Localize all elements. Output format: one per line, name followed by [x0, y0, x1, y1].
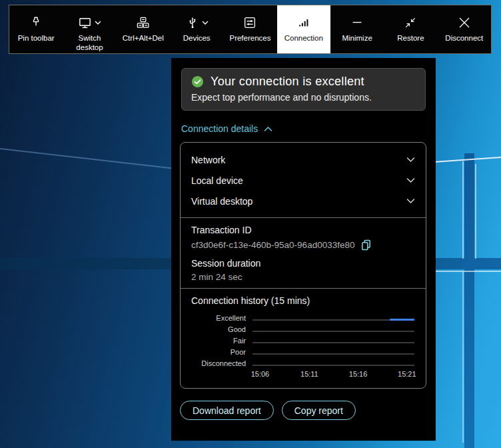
transaction-id-value: cf3d0e6f-c13e-460b-95a0-96ad0033fe80: [191, 240, 354, 250]
session-duration-label: Session duration: [191, 258, 415, 269]
toolbar-button-disconnect[interactable]: Disconnect: [438, 5, 491, 53]
copy-transaction-id-button[interactable]: [360, 239, 372, 251]
chart-x-tick: 15:16: [349, 370, 368, 378]
download-report-button[interactable]: Download report: [180, 401, 274, 420]
toolbar-button-devices[interactable]: Devices: [170, 5, 223, 53]
toolbar-label: Connection: [284, 34, 323, 43]
accordion-row-local-device[interactable]: Local device: [191, 170, 415, 191]
chevron-down-icon: [95, 20, 101, 25]
accordion-label: Network: [191, 155, 225, 165]
chart-x-tick: 15:11: [300, 370, 318, 378]
restore-icon: [403, 15, 418, 30]
toolbar-label: Minimize: [342, 34, 372, 43]
copy-icon: [360, 239, 372, 251]
close-icon: [456, 15, 472, 31]
chevron-up-icon: [264, 126, 272, 132]
chart-y-label: Fair: [191, 337, 246, 345]
toolbar-button-switch-desktop[interactable]: Switch desktop: [63, 5, 116, 53]
chart-y-label: Excellent: [191, 314, 246, 322]
chart-track: [252, 365, 414, 366]
pin-icon: [29, 15, 43, 30]
monitor-icon: [77, 15, 93, 31]
toolbar-label: Switch desktop: [64, 34, 115, 53]
minimize-icon: [350, 15, 364, 30]
toolbar-label: Devices: [183, 34, 211, 43]
chart-track: [252, 353, 414, 355]
toolbar-label: Restore: [397, 34, 424, 43]
toolbar-button-ctrl-alt-del[interactable]: Ctrl+Alt+Del: [117, 5, 170, 53]
connection-status-banner: Your connection is excellent Expect top …: [181, 68, 426, 111]
chevron-down-icon: [202, 20, 209, 25]
toolbar-label: Ctrl+Alt+Del: [123, 34, 164, 43]
status-title: Your connection is excellent: [211, 75, 364, 89]
divider: [181, 217, 426, 218]
toolbar-label: Disconnect: [445, 34, 483, 43]
accordion-label: Local device: [191, 175, 243, 186]
keyboard-keys-icon: [135, 15, 151, 31]
transaction-id-label: Transaction ID: [191, 225, 415, 235]
toolbar-label: Preferences: [229, 34, 270, 43]
preferences-icon: [243, 15, 257, 30]
connection-details-toggle[interactable]: Connection details: [181, 123, 272, 134]
accordion-row-network[interactable]: Network: [191, 149, 415, 170]
toolbar-button-pin-toolbar[interactable]: Pin toolbar: [9, 5, 63, 53]
session-duration-value: 2 min 24 sec: [191, 272, 243, 282]
window-logo-glow-line: [462, 272, 464, 443]
window-logo-glow-line: [475, 164, 476, 259]
chart-track: [252, 331, 414, 332]
signal-bars-icon: [296, 15, 311, 30]
chart-track: [252, 342, 414, 343]
toolbar-button-preferences[interactable]: Preferences: [223, 5, 276, 53]
toolbar-button-connection[interactable]: Connection: [277, 5, 330, 53]
check-circle-icon: [191, 75, 204, 88]
usb-icon: [185, 15, 200, 30]
chevron-down-icon: [406, 198, 415, 204]
window-logo-glow-line: [462, 161, 464, 259]
chart-y-label: Disconnected: [191, 359, 246, 367]
chart-x-tick: 15:21: [398, 370, 416, 378]
accordion-row-virtual-desktop[interactable]: Virtual desktop: [191, 191, 415, 211]
connection-history-title: Connection history (15 mins): [191, 295, 415, 306]
remote-session-toolbar: Pin toolbar Switch desktop: [9, 5, 492, 54]
accordion-label: Virtual desktop: [191, 196, 252, 207]
copy-report-button[interactable]: Copy report: [282, 401, 356, 420]
chevron-down-icon: [406, 157, 415, 163]
connection-details-label: Connection details: [181, 123, 258, 134]
status-subtitle: Expect top performance and no disruption…: [191, 92, 416, 103]
chart-y-label: Poor: [191, 348, 246, 356]
connection-history-chart: Excellent Good Fair Poor Disconnected: [191, 311, 415, 380]
chart-y-label: Good: [191, 325, 246, 333]
divider: [181, 288, 426, 289]
history-active-segment: [390, 319, 414, 321]
toolbar-label: Pin toolbar: [18, 34, 55, 43]
toolbar-button-minimize[interactable]: Minimize: [330, 5, 384, 53]
chart-track: [252, 319, 414, 321]
connection-details-box: Network Local device Virtual desktop Tra…: [180, 142, 426, 389]
wallpaper-light-beam: [0, 148, 179, 170]
chevron-down-icon: [406, 177, 415, 183]
toolbar-button-restore[interactable]: Restore: [384, 5, 437, 53]
connection-panel: Your connection is excellent Expect top …: [171, 58, 436, 441]
chart-x-axis: 15:06 15:11 15:16 15:21: [252, 370, 415, 380]
window-logo-glow-line: [433, 271, 501, 272]
chart-x-tick: 15:06: [251, 370, 270, 378]
window-logo-vertical-bar: [464, 153, 474, 448]
